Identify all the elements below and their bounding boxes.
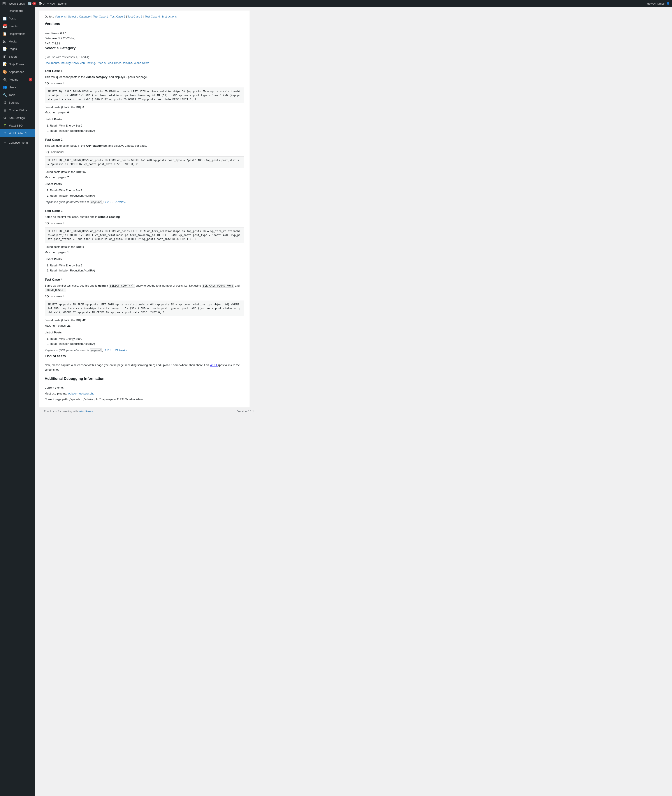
- category-webb-news[interactable]: Webb News: [134, 61, 149, 64]
- sidebar-item-appearance[interactable]: 🎨 Appearance: [0, 68, 35, 76]
- sidebar-item-registrations[interactable]: 📋 Registrations: [0, 30, 35, 38]
- content-wrap: Go to... Versions | Select a Category | …: [39, 11, 250, 407]
- tc4-page-next[interactable]: Next »: [119, 349, 127, 352]
- sidebar-item-events[interactable]: 📅 Events: [0, 22, 35, 30]
- tc4-page-21[interactable]: 21: [115, 349, 118, 352]
- tc1-sql: SELECT SQL_CALC_FOUND_ROWS wp_posts.ID F…: [45, 88, 244, 103]
- test-case-3-section: Test Case 3 Same as the first test case,…: [45, 209, 244, 273]
- breadcrumb-select-category[interactable]: Select a Category: [68, 15, 91, 18]
- admin-bar-updates[interactable]: 🔄 2: [28, 2, 36, 5]
- version-info: WordPress: 6.1.1 Database: 5.7.25-28-log…: [45, 30, 244, 46]
- tc4-sql: SELECT wp_posts.ID FROM wp_posts LEFT JO…: [45, 301, 244, 316]
- sidebar-label-users: Users: [9, 86, 32, 89]
- php-version: PHP: 7.4.33: [45, 41, 244, 46]
- yoast-icon: Y: [3, 123, 7, 127]
- category-documents[interactable]: Documents: [45, 61, 59, 64]
- tc4-page-3[interactable]: 3: [110, 349, 111, 352]
- sidebar-item-dashboard[interactable]: ⊞ Dashboard: [0, 7, 35, 14]
- sliders-icon: ◧: [3, 54, 7, 59]
- sidebar-item-sliders[interactable]: ◧ Sliders: [0, 53, 35, 61]
- admin-bar-site[interactable]: Webb Supply: [8, 2, 26, 5]
- database-version: Database: 5.7.25-28-log: [45, 36, 244, 41]
- tc2-sql-label: SQL command:: [45, 150, 244, 155]
- test-case-2-section: Test Case 2 This test queries for posts …: [45, 138, 244, 205]
- test-case-2-title: Test Case 2: [45, 138, 244, 141]
- events-label: Events: [58, 2, 67, 5]
- admin-bar-new[interactable]: + New: [47, 2, 55, 5]
- tc2-list-title: List of Posts: [45, 183, 244, 186]
- tc1-desc-category: videos category: [86, 75, 107, 78]
- tc2-page-next[interactable]: Next »: [118, 200, 126, 203]
- tc4-page-1[interactable]: 1: [105, 349, 106, 352]
- list-item: Ruud - Why Energy Star?: [50, 263, 244, 268]
- sidebar-item-collapse[interactable]: ← Collapse menu: [0, 139, 35, 146]
- versions-section: Versions WordPress: 6.1.1 Database: 5.7.…: [45, 22, 244, 46]
- category-videos[interactable]: Videos: [123, 61, 132, 64]
- tc2-pagination-param: paged2: [90, 200, 101, 204]
- sidebar-item-custom-fields[interactable]: ⊞ Custom Fields: [0, 106, 35, 114]
- events-icon: 📅: [3, 24, 7, 28]
- sidebar-item-posts[interactable]: 📄 Posts: [0, 14, 35, 22]
- test-case-1-desc: This test queries for posts in the video…: [45, 75, 244, 80]
- plugins-badge: 2: [29, 78, 32, 82]
- new-label: + New: [47, 2, 55, 5]
- sidebar-item-tools[interactable]: 🔧 Tools: [0, 91, 35, 99]
- current-page-path: Current page path: /wp-admin/admin.php?p…: [45, 397, 244, 402]
- tc1-desc-start: This test queries for posts in the: [45, 75, 86, 78]
- tc2-posts-list: Ruud - Why Energy Star? Ruud - Inflation…: [50, 188, 244, 198]
- sidebar-label-wpse: WPSE 414370: [9, 131, 32, 135]
- tc1-found-total: Found posts (total in the DB): 0: [45, 105, 244, 110]
- sidebar-item-settings[interactable]: ⚙ Settings: [0, 99, 35, 106]
- sidebar-label-media: Media: [9, 40, 32, 43]
- tc2-page-1[interactable]: 1: [105, 200, 106, 203]
- sidebar-label-yoast: Yoast SEO: [9, 124, 32, 127]
- wp-logo-icon[interactable]: ⊞: [2, 1, 6, 6]
- versions-title: Versions: [45, 22, 244, 28]
- must-use-link[interactable]: webcom-updater.php: [68, 392, 94, 395]
- sidebar-label-plugins: Plugins: [9, 78, 27, 81]
- appearance-icon: 🎨: [3, 70, 7, 74]
- breadcrumb-versions[interactable]: Versions: [55, 15, 66, 18]
- sidebar-label-site-settings: Site Settings: [9, 116, 32, 120]
- updates-badge: 2: [32, 2, 36, 5]
- tc2-max-pages: Max. num pages: 7: [45, 175, 244, 180]
- admin-bar-events[interactable]: Events: [58, 2, 67, 5]
- sidebar: ⊞ Dashboard 📄 Posts 📅 Events 📋 Registrat…: [0, 7, 35, 796]
- sidebar-label-tools: Tools: [9, 93, 32, 96]
- admin-bar-comments[interactable]: 💬 0: [38, 2, 45, 5]
- sidebar-item-users[interactable]: 👥 Users: [0, 83, 35, 91]
- breadcrumb-test-case-2[interactable]: Test Case 2: [110, 15, 125, 18]
- tc2-pagination: Pagination (URL parameter used is paged2…: [45, 200, 244, 205]
- category-industry-news[interactable]: Industry News: [61, 61, 78, 64]
- users-icon: 👥: [3, 85, 7, 89]
- sidebar-item-site-settings[interactable]: ⚙ Site Settings: [0, 114, 35, 122]
- breadcrumb-test-case-4[interactable]: Test Case 4: [145, 15, 160, 18]
- category-job-posting[interactable]: Job Posting: [80, 61, 95, 64]
- test-case-1-title: Test Case 1: [45, 69, 244, 73]
- ninja-forms-icon: 📝: [3, 62, 7, 66]
- tc4-pagination: Pagination (URL parameter used is paged4…: [45, 348, 244, 353]
- tc4-pagination-param: paged4: [90, 348, 101, 352]
- category-links: Documents, Industry News, Job Posting, P…: [45, 61, 244, 64]
- wordpress-version: WordPress: 6.1.1: [45, 30, 244, 36]
- tc2-page-2[interactable]: 2: [107, 200, 109, 203]
- wordpress-link[interactable]: WordPress: [79, 410, 93, 413]
- sidebar-item-plugins[interactable]: 🔌 Plugins 2: [0, 76, 35, 83]
- tc4-page-2[interactable]: 2: [107, 349, 109, 352]
- tc2-page-7[interactable]: 7: [115, 200, 117, 203]
- sidebar-item-yoast-seo[interactable]: Y Yoast SEO: [0, 122, 35, 129]
- footer: Thank you for creating with WordPress Ve…: [39, 407, 258, 415]
- category-price-lead-times[interactable]: Price & Lead Times: [97, 61, 122, 64]
- tools-icon: 🔧: [3, 93, 7, 97]
- sidebar-item-pages[interactable]: 📑 Pages: [0, 45, 35, 53]
- sidebar-item-ninja-forms[interactable]: 📝 Ninja Forms: [0, 61, 35, 68]
- tc2-page-3[interactable]: 3: [110, 200, 111, 203]
- wpse-link[interactable]: WPSE: [210, 364, 218, 367]
- sidebar-item-wpse[interactable]: ⊙ WPSE 414370: [0, 129, 35, 137]
- additional-debugging-title: Additional Debugging Information: [45, 376, 244, 383]
- breadcrumb-instructions[interactable]: Instructions: [162, 15, 177, 18]
- breadcrumb-test-case-3[interactable]: Test Case 3: [128, 15, 143, 18]
- sidebar-item-media[interactable]: 🖼 Media: [0, 38, 35, 45]
- admin-menu: ⊞ Dashboard 📄 Posts 📅 Events 📋 Registrat…: [0, 7, 35, 146]
- breadcrumb-test-case-1[interactable]: Test Case 1: [93, 15, 108, 18]
